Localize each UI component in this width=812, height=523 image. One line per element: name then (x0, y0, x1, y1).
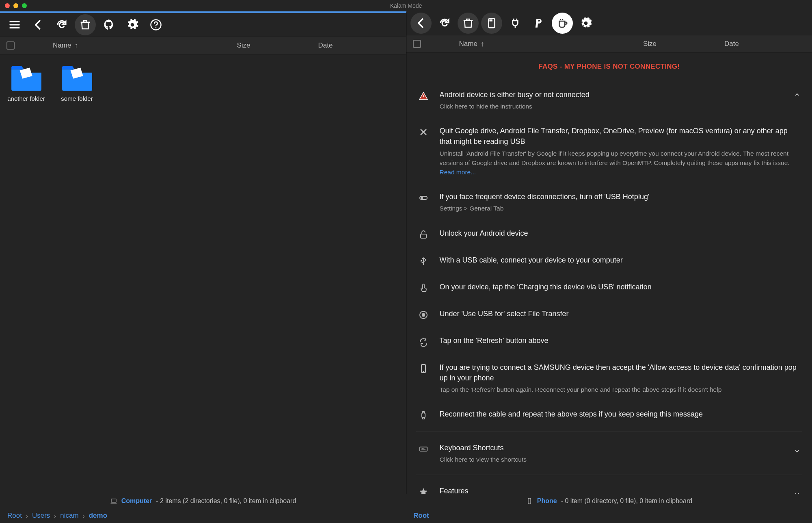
folder-name: some folder (56, 95, 98, 103)
sort-asc-icon: ↑ (481, 40, 484, 48)
faq-row-unlock: Unlock your Android device (416, 221, 803, 247)
refresh-button[interactable] (51, 14, 72, 35)
svg-point-4 (421, 197, 423, 199)
storage-button[interactable] (481, 13, 502, 34)
back-button[interactable] (410, 13, 432, 34)
crumb[interactable]: nicam (60, 512, 78, 520)
warning-icon (418, 90, 429, 102)
sort-asc-icon: ↑ (74, 41, 78, 50)
faq-row-title: Unlock your Android device (440, 228, 801, 239)
chevron-right-icon: › (54, 512, 56, 519)
svg-rect-10 (422, 413, 425, 418)
column-header-left: Name↑ Size Date (0, 37, 406, 54)
window-title: Kalam Mode (390, 2, 422, 9)
refresh-icon (418, 336, 429, 347)
faq-row-hotplug: If you face frequent device disconnectio… (416, 184, 803, 220)
divider (416, 432, 803, 432)
status-left: Computer - 2 items (2 directories, 0 fil… (0, 494, 406, 508)
titlebar: Kalam Mode (0, 0, 812, 11)
column-name[interactable]: Name↑ (431, 40, 644, 48)
faq-row-title: Android device is either busy or not con… (440, 89, 783, 100)
settings-button[interactable] (575, 13, 596, 34)
section-subtitle: Click here to view the shortcuts (440, 455, 783, 464)
crumb-current: demo (89, 512, 107, 520)
folder-icon (60, 63, 94, 92)
menu-button[interactable] (4, 14, 25, 35)
star-icon (418, 486, 429, 494)
toggle-icon (418, 192, 429, 204)
faq-row-title: Reconnect the cable and repeat the above… (440, 409, 801, 419)
close-window-icon[interactable] (5, 3, 10, 8)
phone-icon (526, 497, 533, 505)
column-size[interactable]: Size (237, 41, 318, 50)
radio-icon (418, 309, 429, 321)
trash-button[interactable] (458, 13, 479, 34)
svg-point-9 (423, 371, 424, 372)
svg-rect-13 (528, 498, 531, 504)
folder-item[interactable]: some folder (56, 63, 98, 103)
svg-rect-11 (420, 447, 427, 451)
tap-icon (418, 282, 429, 294)
chevron-down-icon: ⌄ (793, 487, 801, 494)
select-all-checkbox[interactable] (413, 40, 421, 48)
faq-row-title: If you are trying to connect a SAMSUNG d… (440, 362, 801, 383)
faq-row-warning[interactable]: Android device is either busy or not con… (416, 82, 803, 118)
plug-button[interactable] (505, 13, 526, 34)
device-label: Phone (537, 497, 557, 505)
faq-row-title: With a USB cable, connect your device to… (440, 255, 801, 265)
paypal-button[interactable] (528, 13, 549, 34)
column-name[interactable]: Name↑ (24, 41, 237, 50)
column-size[interactable]: Size (643, 40, 724, 48)
help-button[interactable] (145, 14, 166, 35)
column-header-right: Name↑ Size Date (406, 35, 812, 53)
usb-icon (418, 256, 429, 267)
laptop-icon (110, 497, 117, 505)
chevron-right-icon: › (26, 512, 28, 519)
faq-title: FAQS - MY PHONE IS NOT CONNECTING! (416, 63, 803, 71)
buy-coffee-button[interactable] (552, 13, 573, 34)
toolbar-right (406, 11, 812, 35)
crumb[interactable]: Root (7, 512, 22, 520)
section-title: Features (440, 486, 783, 494)
status-text: - 0 item (0 directory, 0 file), 0 item i… (561, 497, 692, 505)
lock-open-icon (418, 229, 429, 240)
section-features[interactable]: Features Click here to view the availabl… (416, 478, 803, 494)
column-date[interactable]: Date (724, 40, 806, 48)
faq-row-tap: On your device, tap the 'Charging this d… (416, 274, 803, 301)
github-button[interactable] (98, 14, 119, 35)
select-all-checkbox[interactable] (6, 41, 15, 50)
phone-icon (418, 363, 429, 374)
settings-button[interactable] (122, 14, 143, 35)
folder-name: another folder (5, 95, 48, 103)
toolbar-left (0, 13, 406, 37)
back-button[interactable] (28, 14, 49, 35)
breadcrumb-bar: Root› Users› nicam› demo Root (0, 508, 812, 523)
faq-row-subtitle: Tap on the 'Refresh' button again. Recon… (440, 385, 801, 394)
faq-row-title: If you face frequent device disconnectio… (440, 191, 801, 202)
trash-button[interactable] (75, 14, 96, 35)
faq-row-subtitle: Settings > General Tab (440, 204, 801, 213)
folder-item[interactable]: another folder (5, 63, 48, 103)
breadcrumb-right: Root (406, 508, 812, 523)
read-more-link[interactable]: Read more... (440, 169, 476, 176)
faq-row-filetransfer: Under 'Use USB for' select File Transfer (416, 301, 803, 328)
refresh-button[interactable] (434, 13, 455, 34)
maximize-window-icon[interactable] (22, 3, 27, 8)
faq-row-samsung: If you are trying to connect a SAMSUNG d… (416, 355, 803, 401)
faq-row-reconnect: Reconnect the cable and repeat the above… (416, 401, 803, 428)
status-bar: Computer - 2 items (2 directories, 0 fil… (0, 494, 812, 508)
minimize-window-icon[interactable] (13, 3, 18, 8)
divider (416, 475, 803, 475)
file-grid-left[interactable]: another folder some folder (0, 54, 406, 494)
chevron-right-icon: › (83, 512, 85, 519)
faq-row-title: Tap on the 'Refresh' button above (440, 335, 801, 346)
folder-icon (10, 63, 43, 92)
status-text: - 2 items (2 directories, 0 file), 0 ite… (156, 497, 296, 505)
faq-row-subtitle: Click here to hide the instructions (440, 102, 783, 111)
crumb[interactable]: Users (32, 512, 50, 520)
section-shortcuts[interactable]: Keyboard Shortcuts Click here to view th… (416, 435, 803, 471)
column-date[interactable]: Date (318, 41, 400, 50)
faq-row-quit-apps: Quit Google drive, Android File Transfer… (416, 118, 803, 184)
breadcrumb-left: Root› Users› nicam› demo (0, 508, 406, 523)
svg-rect-5 (421, 234, 426, 238)
